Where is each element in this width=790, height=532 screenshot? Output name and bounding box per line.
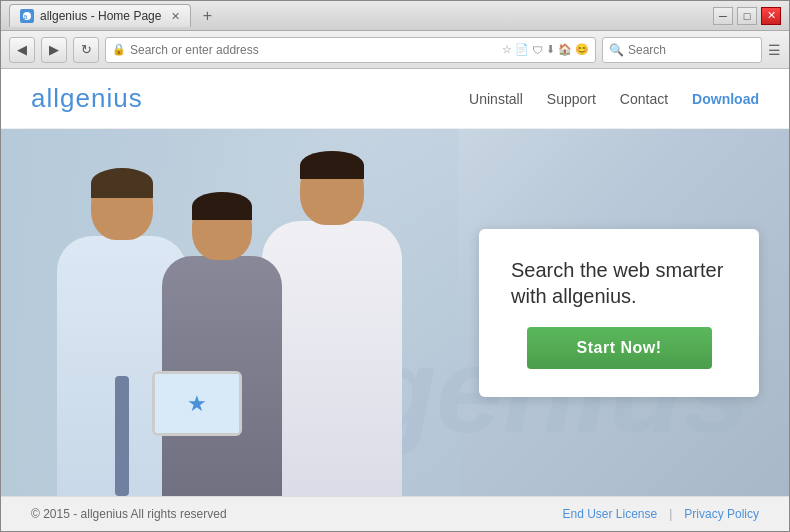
tablet-prop: ★ xyxy=(152,371,242,436)
search-bar[interactable]: 🔍 xyxy=(602,37,762,63)
tablet-screen: ★ xyxy=(155,374,239,433)
browser-toolbar: ◀ ▶ ↻ 🔒 ☆ 📄 🛡 ⬇ 🏠 😊 🔍 ☰ xyxy=(1,31,789,69)
footer-copyright: © 2015 - allgenius All rights reserved xyxy=(31,507,227,521)
tab-close-button[interactable]: ✕ xyxy=(171,10,180,23)
browser-tab[interactable]: a allgenius - Home Page ✕ xyxy=(9,4,191,27)
footer-eula-link[interactable]: End User License xyxy=(562,507,657,521)
site-logo: allgenius xyxy=(31,83,143,114)
menu-button[interactable]: ☰ xyxy=(768,42,781,58)
reload-button[interactable]: ↻ xyxy=(73,37,99,63)
nav-contact[interactable]: Contact xyxy=(620,91,668,107)
home-icon[interactable]: 🏠 xyxy=(558,43,572,56)
search-input[interactable] xyxy=(628,43,778,57)
minimize-button[interactable]: ─ xyxy=(713,7,733,25)
hero-section: ★ allgenius xyxy=(1,129,789,496)
new-tab-button[interactable]: + xyxy=(195,5,219,27)
back-button[interactable]: ◀ xyxy=(9,37,35,63)
window-controls: ─ □ ✕ xyxy=(713,7,781,25)
download-arrow-icon[interactable]: ⬇ xyxy=(546,43,555,56)
address-bar[interactable]: 🔒 ☆ 📄 🛡 ⬇ 🏠 😊 xyxy=(105,37,596,63)
nav-download[interactable]: Download xyxy=(692,91,759,107)
footer-divider: | xyxy=(669,507,672,521)
search-icon: 🔍 xyxy=(609,43,624,57)
footer-links: End User License | Privacy Policy xyxy=(562,507,759,521)
address-secure-icon: 🔒 xyxy=(112,43,126,56)
nav-uninstall[interactable]: Uninstall xyxy=(469,91,523,107)
site-footer: © 2015 - allgenius All rights reserved E… xyxy=(1,496,789,531)
forward-button[interactable]: ▶ xyxy=(41,37,67,63)
title-bar: a allgenius - Home Page ✕ + ─ □ ✕ xyxy=(1,1,789,31)
address-input[interactable] xyxy=(130,43,498,57)
cta-box: Search the web smarter with allgenius. S… xyxy=(479,229,759,397)
svg-text:a: a xyxy=(24,13,28,20)
close-button[interactable]: ✕ xyxy=(761,7,781,25)
site-nav: Uninstall Support Contact Download xyxy=(469,91,759,107)
site-header: allgenius Uninstall Support Contact Down… xyxy=(1,69,789,129)
browser-window: a allgenius - Home Page ✕ + ─ □ ✕ ◀ ▶ ↻ … xyxy=(0,0,790,532)
website: allgenius Uninstall Support Contact Down… xyxy=(1,69,789,531)
address-bar-icons: ☆ 📄 🛡 ⬇ 🏠 😊 xyxy=(502,43,589,56)
user-icon[interactable]: 😊 xyxy=(575,43,589,56)
footer-privacy-link[interactable]: Privacy Policy xyxy=(684,507,759,521)
hero-people: ★ xyxy=(1,129,458,496)
tab-favicon: a xyxy=(20,9,34,23)
start-now-button[interactable]: Start Now! xyxy=(527,327,712,369)
nav-support[interactable]: Support xyxy=(547,91,596,107)
shield-icon: 🛡 xyxy=(532,44,543,56)
browser-content: allgenius Uninstall Support Contact Down… xyxy=(1,69,789,531)
bookmark-star-icon[interactable]: ☆ xyxy=(502,43,512,56)
reader-icon[interactable]: 📄 xyxy=(515,43,529,56)
person-woman-right xyxy=(262,221,402,496)
maximize-button[interactable]: □ xyxy=(737,7,757,25)
allgenius-tablet-logo: ★ xyxy=(187,391,207,417)
cta-title: Search the web smarter with allgenius. xyxy=(511,257,727,309)
tab-title: allgenius - Home Page xyxy=(40,9,161,23)
people-group: ★ xyxy=(1,129,458,496)
person-woman-middle: ★ xyxy=(162,256,282,496)
toolbar-extra-icons: ☰ xyxy=(768,42,781,58)
